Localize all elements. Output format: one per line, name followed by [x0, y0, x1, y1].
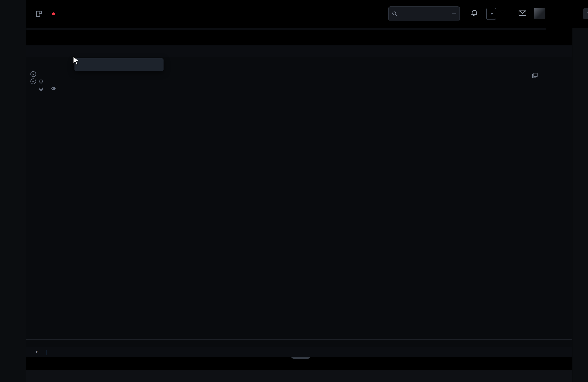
candlestick-chart[interactable] — [26, 57, 572, 347]
notifications-bell-icon[interactable] — [470, 9, 479, 17]
mouse-cursor — [72, 56, 80, 65]
date-range-row: ▾ | — [26, 347, 572, 357]
status-bar — [26, 370, 572, 382]
alert-bell-icon[interactable] — [38, 79, 44, 84]
alert-bell-icon[interactable] — [38, 86, 44, 91]
app-root: ▾ — [0, 0, 588, 382]
top-bar: ▾ — [26, 0, 588, 28]
avatar[interactable] — [534, 8, 546, 19]
chevron-down-icon: ▾ — [36, 350, 38, 354]
chart-restore-icon[interactable] — [531, 72, 538, 79]
chevron-down-icon: ▾ — [491, 11, 493, 16]
search-icon — [392, 11, 398, 17]
mail-icon[interactable] — [518, 8, 527, 18]
window-share-icon[interactable] — [35, 10, 43, 18]
chart-legend — [30, 70, 57, 92]
replay-tooltip — [74, 58, 164, 71]
announcement-dot — [52, 12, 55, 15]
collapse-circle-icon[interactable] — [30, 71, 36, 77]
right-rail — [572, 28, 588, 382]
search-input[interactable] — [388, 6, 460, 21]
collapse-circle-icon[interactable] — [30, 78, 36, 85]
eye-off-icon[interactable] — [51, 85, 57, 91]
left-sidebar — [0, 0, 26, 382]
currency-select[interactable]: ▾ — [486, 8, 496, 20]
vip-status-badge[interactable] — [583, 8, 588, 19]
announcement-bar[interactable] — [35, 0, 58, 28]
search-hotkey — [452, 13, 456, 14]
chart-toolbar — [26, 45, 588, 57]
chart-region — [26, 57, 572, 347]
diamond-icon — [586, 11, 588, 17]
